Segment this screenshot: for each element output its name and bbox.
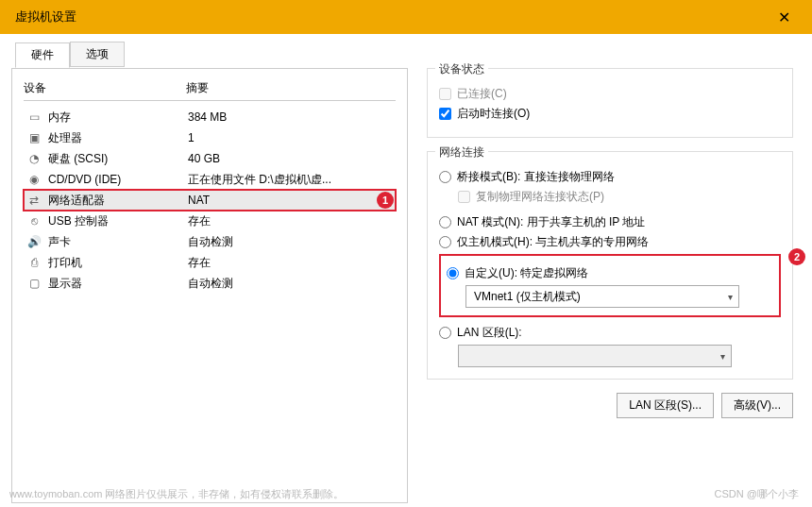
printer-icon: ⎙ bbox=[25, 256, 42, 269]
label-connected: 已连接(C) bbox=[457, 86, 507, 102]
group-title-status: 设备状态 bbox=[435, 61, 488, 77]
row-connect-power[interactable]: 启动时连接(O) bbox=[439, 106, 781, 122]
device-row-printer[interactable]: ⎙打印机存在 bbox=[24, 252, 396, 273]
device-name: 内存 bbox=[48, 110, 188, 126]
content: 设备 摘要 ▭内存384 MB▣处理器1◔硬盘 (SCSI)40 GB◉CD/D… bbox=[0, 34, 812, 507]
device-panel: 设备 摘要 ▭内存384 MB▣处理器1◔硬盘 (SCSI)40 GB◉CD/D… bbox=[11, 68, 408, 503]
tab-hardware[interactable]: 硬件 bbox=[15, 42, 70, 68]
callout-1: 1 bbox=[377, 192, 394, 209]
label-lan: LAN 区段(L): bbox=[457, 325, 522, 341]
memory-icon: ▭ bbox=[25, 110, 42, 124]
sound-icon: 🔊 bbox=[25, 235, 42, 248]
label-custom: 自定义(U): 特定虚拟网络 bbox=[465, 265, 588, 281]
device-name: USB 控制器 bbox=[48, 213, 188, 229]
watermark-left: www.toymoban.com 网络图片仅供展示，非存储，如有侵权请联系删除。 bbox=[9, 487, 344, 501]
device-row-cd[interactable]: ◉CD/DVD (IDE)正在使用文件 D:\虚拟机\虚... bbox=[24, 169, 396, 190]
device-summary: 384 MB bbox=[188, 110, 394, 124]
group-network: 网络连接 桥接模式(B): 直接连接物理网络 复制物理网络连接状态(P) NAT… bbox=[427, 151, 793, 380]
device-summary: NAT bbox=[188, 194, 369, 207]
chevron-down-icon: ▾ bbox=[720, 351, 725, 362]
radio-nat[interactable] bbox=[439, 216, 451, 228]
device-summary: 存在 bbox=[188, 255, 394, 271]
row-nat[interactable]: NAT 模式(N): 用于共享主机的 IP 地址 bbox=[439, 214, 781, 230]
checkbox-replicate bbox=[458, 191, 470, 203]
label-hostonly: 仅主机模式(H): 与主机共享的专用网络 bbox=[457, 234, 649, 250]
device-row-disk[interactable]: ◔硬盘 (SCSI)40 GB bbox=[24, 148, 396, 169]
device-summary: 自动检测 bbox=[188, 276, 394, 292]
label-nat: NAT 模式(N): 用于共享主机的 IP 地址 bbox=[457, 214, 645, 230]
device-summary: 自动检测 bbox=[188, 234, 394, 250]
custom-highlight: 2 自定义(U): 特定虚拟网络 VMnet1 (仅主机模式) ▾ bbox=[439, 254, 781, 317]
tab-options[interactable]: 选项 bbox=[70, 42, 125, 67]
row-lan[interactable]: LAN 区段(L): bbox=[439, 325, 781, 341]
group-title-network: 网络连接 bbox=[435, 144, 488, 161]
device-name: 网络适配器 bbox=[48, 193, 188, 209]
device-name: 硬盘 (SCSI) bbox=[48, 151, 188, 167]
callout-2: 2 bbox=[788, 248, 805, 265]
window-title: 虚拟机设置 bbox=[9, 8, 765, 25]
radio-lan[interactable] bbox=[439, 327, 451, 339]
header-summary: 摘要 bbox=[186, 80, 396, 96]
row-bridged[interactable]: 桥接模式(B): 直接连接物理网络 bbox=[439, 169, 781, 185]
device-summary: 存在 bbox=[188, 213, 394, 229]
device-row-display[interactable]: ▢显示器自动检测 bbox=[24, 273, 396, 294]
close-button[interactable]: ✕ bbox=[765, 0, 803, 34]
row-replicate: 复制物理网络连接状态(P) bbox=[458, 189, 781, 205]
device-summary: 40 GB bbox=[188, 152, 394, 165]
cpu-icon: ▣ bbox=[25, 131, 42, 144]
row-custom[interactable]: 自定义(U): 特定虚拟网络 bbox=[447, 265, 773, 281]
net-icon: ⇄ bbox=[25, 194, 42, 207]
device-row-net[interactable]: ⇄网络适配器NAT1 bbox=[24, 190, 396, 211]
advanced-button[interactable]: 高级(V)... bbox=[721, 393, 793, 418]
radio-bridged[interactable] bbox=[439, 171, 451, 183]
group-status: 设备状态 已连接(C) 启动时连接(O) bbox=[427, 68, 793, 138]
device-table: 设备 摘要 ▭内存384 MB▣处理器1◔硬盘 (SCSI)40 GB◉CD/D… bbox=[24, 80, 396, 294]
button-row: LAN 区段(S)... 高级(V)... bbox=[427, 393, 793, 418]
table-header: 设备 摘要 bbox=[24, 80, 396, 101]
radio-custom[interactable] bbox=[447, 267, 459, 279]
label-bridged: 桥接模式(B): 直接连接物理网络 bbox=[457, 169, 615, 185]
display-icon: ▢ bbox=[25, 277, 42, 290]
settings-panel: 设备状态 已连接(C) 启动时连接(O) 网络连接 桥接模式(B): 直接连接物… bbox=[419, 68, 801, 503]
radio-hostonly[interactable] bbox=[439, 236, 451, 248]
device-name: 声卡 bbox=[48, 234, 188, 250]
titlebar: 虚拟机设置 ✕ bbox=[0, 0, 812, 34]
device-summary: 正在使用文件 D:\虚拟机\虚... bbox=[188, 172, 394, 188]
device-summary: 1 bbox=[188, 131, 394, 144]
device-row-usb[interactable]: ⎋USB 控制器存在 bbox=[24, 211, 396, 231]
row-hostonly[interactable]: 仅主机模式(H): 与主机共享的专用网络 bbox=[439, 234, 781, 250]
combo-lan: ▾ bbox=[458, 345, 732, 367]
combo-vmnet-value: VMnet1 (仅主机模式) bbox=[474, 289, 581, 305]
label-connect-power: 启动时连接(O) bbox=[457, 106, 530, 122]
device-name: 打印机 bbox=[48, 255, 188, 271]
checkbox-connected bbox=[439, 88, 451, 100]
header-device: 设备 bbox=[24, 80, 186, 96]
checkbox-connect-power[interactable] bbox=[439, 108, 451, 120]
device-row-cpu[interactable]: ▣处理器1 bbox=[24, 127, 396, 148]
combo-vmnet[interactable]: VMnet1 (仅主机模式) ▾ bbox=[465, 285, 739, 308]
cd-icon: ◉ bbox=[25, 173, 42, 186]
watermark-right: CSDN @哪个小李 bbox=[715, 487, 799, 501]
lan-segment-button[interactable]: LAN 区段(S)... bbox=[617, 393, 714, 418]
chevron-down-icon: ▾ bbox=[728, 292, 733, 302]
tab-strip: 硬件 选项 bbox=[15, 42, 125, 67]
row-connected[interactable]: 已连接(C) bbox=[439, 86, 781, 102]
disk-icon: ◔ bbox=[25, 152, 42, 165]
device-name: CD/DVD (IDE) bbox=[48, 173, 188, 186]
device-row-memory[interactable]: ▭内存384 MB bbox=[24, 107, 396, 127]
device-name: 显示器 bbox=[48, 276, 188, 292]
device-name: 处理器 bbox=[48, 130, 188, 146]
usb-icon: ⎋ bbox=[25, 214, 42, 228]
device-row-sound[interactable]: 🔊声卡自动检测 bbox=[24, 231, 396, 252]
label-replicate: 复制物理网络连接状态(P) bbox=[476, 189, 604, 205]
